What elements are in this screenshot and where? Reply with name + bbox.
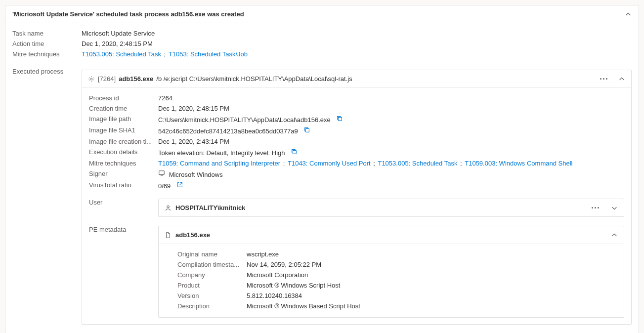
label-process-id: Process id: [89, 94, 158, 102]
label-orig-name: Original name: [177, 250, 247, 258]
svg-point-5: [167, 206, 169, 208]
label-file-ctime: Image file creation ti...: [89, 138, 158, 145]
label-image-path: Image file path: [89, 115, 158, 124]
file-icon: [165, 232, 172, 239]
svg-rect-4: [159, 171, 165, 175]
incident-header[interactable]: 'Micriosoft Update Service' scheduled ta…: [5, 5, 639, 23]
value-process-id: 7264: [158, 94, 624, 102]
more-actions[interactable]: [590, 205, 601, 210]
process-exe-name: adb156.exe: [119, 75, 153, 83]
label-company: Company: [177, 271, 247, 279]
chevron-up-icon: [611, 232, 618, 239]
mitre-link[interactable]: T1053: Scheduled Task/Job: [169, 50, 248, 58]
process-args: /b /e:jscript C:\Users\kmitnick.HOSPITAL…: [156, 75, 352, 83]
value-product: Microsoft ® Windows Script Host: [247, 282, 616, 289]
value-vt-ratio: 0/69: [158, 182, 171, 190]
value-version: 5.812.10240.16384: [247, 292, 616, 299]
label-version: Version: [177, 292, 247, 299]
label-vt-ratio: VirusTotal ratio: [89, 181, 158, 190]
label-comp-ts: Compilation timesta...: [177, 261, 247, 268]
incident-title: 'Micriosoft Update Service' scheduled ta…: [12, 10, 625, 18]
value-task-name: Micriosoft Update Service: [82, 30, 632, 37]
pe-file-name: adb156.exe: [175, 231, 601, 239]
svg-rect-1: [339, 117, 342, 121]
copy-icon[interactable]: [336, 115, 343, 122]
value-sha1: 542c46c652ddefc87414213a8bea0c65dd0377a9: [158, 127, 298, 135]
person-icon: [165, 205, 172, 211]
user-panel-header[interactable]: HOSPITALITY\kmitnick: [159, 199, 624, 216]
separator: ;: [164, 50, 168, 58]
label-action-time: Action time: [12, 40, 82, 47]
label-signer: Signer: [89, 170, 158, 178]
value-creation-time: Dec 1, 2020, 2:48:15 PM: [158, 105, 624, 112]
incident-body: Task name Micriosoft Update Service Acti…: [5, 23, 639, 333]
user-value: HOSPITALITY\kmitnick: [175, 204, 586, 211]
label-sha1: Image file SHA1: [89, 126, 158, 135]
chevron-up-icon: [618, 76, 625, 83]
mitre-link[interactable]: T1043: Commonly Used Port: [288, 160, 371, 167]
value-orig-name: wscript.exe: [247, 250, 616, 258]
label-proc-mitre: Mitre techniques: [89, 160, 158, 167]
chevron-down-icon: [611, 205, 618, 211]
value-file-ctime: Dec 1, 2020, 2:43:14 PM: [158, 138, 624, 145]
mitre-link[interactable]: T1059: Command and Scripting Interpreter: [158, 160, 280, 167]
label-description: Description: [177, 302, 247, 310]
label-pe-metadata: PE metadata: [89, 226, 158, 233]
value-action-time: Dec 1, 2020, 2:48:15 PM: [82, 40, 632, 47]
copy-icon[interactable]: [291, 148, 298, 155]
value-company: Microsoft Corporation: [247, 271, 616, 279]
incident-card: 'Micriosoft Update Service' scheduled ta…: [5, 5, 639, 333]
label-user: User: [89, 199, 158, 206]
value-image-path: C:\Users\kmitnick.HOSPITALITY\AppData\Lo…: [158, 116, 331, 124]
chevron-up-icon: [625, 11, 632, 18]
value-exec-details: Token elevation: Default, Integrity leve…: [158, 149, 285, 157]
label-mitre: Mitre techniques: [12, 50, 82, 58]
svg-point-0: [90, 78, 92, 80]
value-comp-ts: Nov 14, 2059, 2:05:22 PM: [247, 261, 616, 268]
pe-panel-body: Original namewscript.exe Compilation tim…: [159, 244, 624, 317]
process-header[interactable]: [7264] adb156.exe /b /e:jscript C:\Users…: [82, 70, 631, 88]
process-panel: [7264] adb156.exe /b /e:jscript C:\Users…: [82, 70, 632, 325]
process-body: Process id7264 Creation timeDec 1, 2020,…: [82, 88, 631, 324]
certificate-icon: [158, 170, 165, 177]
process-pid-bracket: [7264]: [98, 75, 116, 83]
mitre-link[interactable]: T1053.005: Scheduled Task: [378, 160, 457, 167]
pe-panel-header[interactable]: adb156.exe: [159, 226, 624, 244]
external-link-icon[interactable]: [176, 181, 183, 188]
svg-rect-2: [306, 128, 309, 132]
value-description: Microsoft ® Windows Based Script Host: [247, 302, 616, 310]
label-exec-details: Execution details: [89, 148, 158, 157]
more-actions[interactable]: [598, 76, 609, 82]
mitre-link[interactable]: T1059.003: Windows Command Shell: [465, 160, 572, 167]
gear-icon: [88, 76, 95, 83]
label-task-name: Task name: [12, 30, 82, 37]
label-creation-time: Creation time: [89, 105, 158, 112]
label-product: Product: [177, 282, 247, 289]
mitre-link[interactable]: T1053.005: Scheduled Task: [82, 50, 161, 58]
svg-rect-3: [293, 150, 297, 154]
copy-icon[interactable]: [303, 126, 310, 133]
label-executed-process: Executed process: [12, 68, 82, 75]
value-signer: Microsoft Windows: [169, 171, 223, 178]
